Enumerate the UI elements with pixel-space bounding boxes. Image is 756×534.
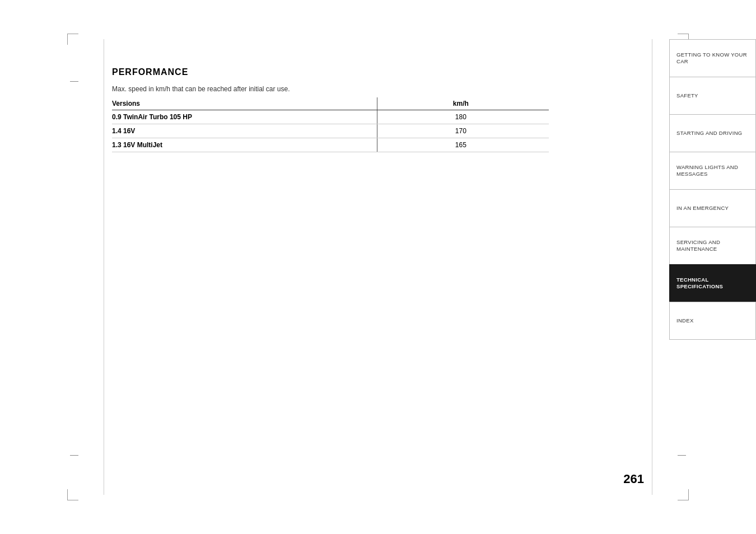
- table-cell-value: 170: [377, 124, 549, 138]
- table-row: 1.3 16V MultiJet165: [112, 138, 549, 152]
- table-cell-version: 1.4 16V: [112, 124, 370, 138]
- corner-mark-tl-h: [67, 34, 78, 34]
- sidebar: GETTING TO KNOW YOUR CARSAFETYSTARTING A…: [669, 39, 756, 339]
- table-cell-value: 180: [377, 110, 549, 124]
- corner-mark-tr-h: [678, 34, 689, 34]
- sidebar-item-0[interactable]: GETTING TO KNOW YOUR CAR: [669, 39, 756, 77]
- margin-line-left: [104, 39, 104, 495]
- table-cell-separator: [370, 124, 377, 138]
- sidebar-item-2[interactable]: STARTING AND DRIVING: [669, 114, 756, 152]
- table-row: 1.4 16V170: [112, 124, 549, 138]
- corner-mark-bl-v: [67, 489, 68, 500]
- section-title: PERFORMANCE: [112, 67, 633, 77]
- dash-left-top: [70, 81, 78, 82]
- col-header-kmh: km/h: [377, 97, 549, 110]
- sidebar-item-6[interactable]: TECHNICAL SPECIFICATIONS: [669, 264, 756, 302]
- table-row: 0.9 TwinAir Turbo 105 HP180: [112, 110, 549, 124]
- col-header-versions: Versions: [112, 97, 370, 110]
- margin-line-right: [652, 39, 652, 495]
- sidebar-item-7[interactable]: INDEX: [669, 302, 756, 340]
- sidebar-item-3[interactable]: WARNING LIGHTS AND MESSAGES: [669, 152, 756, 190]
- section-subtitle: Max. speed in km/h that can be reached a…: [112, 85, 633, 93]
- corner-mark-br-h: [678, 500, 689, 500]
- page-container: PERFORMANCE Max. speed in km/h that can …: [0, 0, 756, 534]
- corner-mark-tl-v: [67, 34, 68, 45]
- corner-mark-br-v: [688, 489, 689, 500]
- dash-left-bottom: [70, 455, 78, 456]
- sidebar-item-5[interactable]: SERVICING AND MAINTENANCE: [669, 227, 756, 265]
- corner-mark-bl-h: [67, 500, 78, 500]
- sidebar-item-1[interactable]: SAFETY: [669, 77, 756, 115]
- table-cell-separator: [370, 138, 377, 152]
- table-cell-separator: [370, 110, 377, 124]
- sidebar-item-4[interactable]: IN AN EMERGENCY: [669, 189, 756, 227]
- table-cell-version: 1.3 16V MultiJet: [112, 138, 370, 152]
- page-number: 261: [623, 472, 644, 486]
- dash-right-bottom: [678, 455, 686, 456]
- table-cell-version: 0.9 TwinAir Turbo 105 HP: [112, 110, 370, 124]
- performance-table: Versions km/h 0.9 TwinAir Turbo 105 HP18…: [112, 97, 549, 152]
- main-content: PERFORMANCE Max. speed in km/h that can …: [112, 67, 633, 489]
- table-cell-value: 165: [377, 138, 549, 152]
